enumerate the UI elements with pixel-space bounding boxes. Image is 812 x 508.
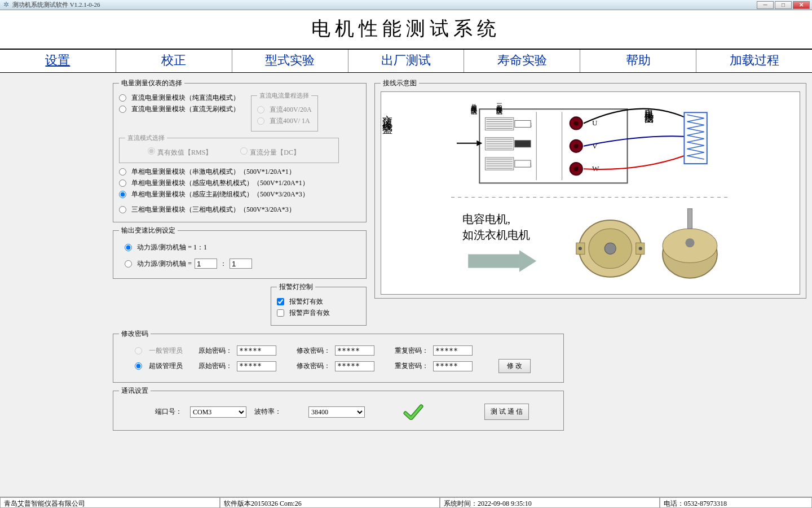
svg-rect-9 (515, 160, 531, 167)
radio-dc-range-1a (257, 117, 264, 125)
svg-text:V: V (592, 142, 598, 150)
radio-dc-brushless[interactable] (119, 106, 126, 113)
tab-calibration[interactable]: 校正 (116, 50, 232, 72)
svg-text:W: W (592, 164, 599, 173)
check-alarm-sound[interactable] (277, 309, 284, 317)
label-alarm-light: 报警灯有效 (289, 297, 323, 306)
label-alarm-sound: 报警声音有效 (289, 308, 330, 318)
ratio-den[interactable] (230, 259, 252, 269)
input-new-pw-2[interactable] (335, 361, 374, 371)
input-repeat-pw-2[interactable] (433, 361, 473, 371)
password-group: 修改密码 一般管理员 原始密码： 修改密码： 重复密码： 超级管理员 原始密码： (113, 329, 564, 383)
minimize-button[interactable]: ─ (757, 1, 774, 9)
tab-load-process[interactable]: 加载过程 (696, 50, 812, 72)
label-orig-pw-2: 原始密码： (198, 361, 232, 371)
radio-dc-range-20a (257, 106, 264, 113)
input-new-pw-1[interactable] (335, 345, 374, 356)
ratio-legend: 输出变速比例设定 (119, 226, 178, 235)
radio-normal-admin (135, 347, 142, 354)
alarm-group: 报警灯控制 报警灯有效 报警声音有效 (271, 282, 367, 326)
input-orig-pw-2[interactable] (237, 361, 276, 371)
label-single-series: 单相电量测量模块（串激电机模式）（500V*1/20A*1） (131, 167, 295, 177)
close-button[interactable]: ✕ (793, 1, 810, 9)
meter-legend: 电量测量仪表的选择 (119, 78, 184, 88)
status-bar: 青岛艾普智能仪器有限公司 软件版本20150326 Com:26 系统时间：20… (0, 497, 812, 508)
label-baud: 波特率： (254, 407, 281, 417)
settings-panel: 电量测量仪表的选择 直流电量测量模块（纯直流电模式） 直流电量测量模块（直流无刷… (0, 73, 812, 507)
label-repeat-pw-1: 重复密码： (395, 346, 429, 356)
label-ratio-11: 动力源/测功机轴 = 1：1 (137, 243, 207, 252)
select-baud[interactable]: 38400 (308, 406, 365, 418)
tab-life-test[interactable]: 寿命实验 (464, 50, 580, 72)
label-new-pw-1: 修改密码： (297, 346, 330, 356)
radio-dc-pure[interactable] (119, 94, 126, 102)
label-dc: 直流分量【DC】 (250, 148, 300, 156)
status-company: 青岛艾普智能仪器有限公司 (0, 497, 220, 508)
dc-mode-legend: 直流模式选择 (125, 134, 167, 142)
wiring-diagram: 公共端 主绕组 副绕组 (381, 91, 800, 295)
label-three-phase: 三相电量测量模块（三相电机模式）（500V*3/20A*3） (131, 205, 295, 214)
modify-button[interactable]: 修 改 (498, 359, 531, 373)
label-new-pw-2: 修改密码： (297, 361, 330, 371)
diagram-group: 接线示意图 公共端 主绕组 副绕组 (374, 78, 806, 299)
label-repeat-pw-2: 重复密码： (395, 361, 429, 371)
tab-factory-test[interactable]: 出厂测试 (348, 50, 465, 72)
ratio-num[interactable] (195, 259, 217, 269)
maximize-button[interactable]: □ (775, 1, 792, 9)
svg-rect-41 (468, 254, 519, 268)
select-port[interactable]: COM3 (190, 406, 246, 418)
svg-rect-52 (687, 209, 692, 229)
label-ratio-custom: 动力源/测功机轴 = (137, 259, 192, 269)
radio-ratio-11[interactable] (125, 244, 132, 251)
radio-single-mainaux[interactable] (119, 191, 126, 198)
dc-range-legend: 直流电流量程选择 (257, 91, 311, 100)
comm-legend: 通讯设置 (119, 386, 151, 396)
input-orig-pw-1[interactable] (237, 345, 276, 356)
diagram-side-label-left: 交流接线盒 (382, 107, 392, 118)
label-dc-brushless: 直流电量测量模块（直流无刷模式） (131, 104, 240, 114)
input-repeat-pw-1[interactable] (433, 345, 473, 356)
meter-group: 电量测量仪表的选择 直流电量测量模块（纯直流电模式） 直流电量测量模块（直流无刷… (113, 78, 367, 222)
label-dc-range-20a: 直流400V/20A (270, 105, 312, 115)
label-orig-pw-1: 原始密码： (198, 346, 232, 356)
tab-settings[interactable]: 设置 (0, 50, 116, 72)
tab-help[interactable]: 帮助 (580, 50, 696, 72)
svg-point-49 (639, 247, 642, 250)
app-title: 电机性能测试系统 (0, 10, 812, 50)
svg-point-48 (579, 247, 582, 250)
check-ok-icon (403, 404, 423, 420)
radio-single-induction[interactable] (119, 179, 126, 187)
window-titlebar: ✲ 测功机系统测试软件 V1.2.1-0-26 ─ □ ✕ (0, 0, 812, 10)
label-super-admin: 超级管理员 (149, 361, 194, 371)
svg-rect-3 (515, 120, 531, 127)
svg-text:U: U (592, 119, 598, 127)
tab-type-test[interactable]: 型式实验 (232, 50, 348, 72)
label-dc-pure: 直流电量测量模块（纯直流电模式） (131, 93, 240, 103)
diagram-col1-label: 单相电接线区 (470, 98, 478, 105)
svg-point-53 (685, 238, 694, 247)
dc-mode-group: 直流模式选择 真有效值【RMS】 直流分量【DC】 (119, 134, 339, 163)
diagram-side-label-right: 电机接线图 (643, 101, 655, 110)
dc-range-group: 直流电流量程选择 直流400V/20A 直流400V/ 1A (251, 91, 318, 132)
svg-marker-42 (519, 250, 536, 271)
svg-rect-6 (515, 141, 531, 147)
svg-point-28 (574, 121, 579, 125)
svg-point-45 (604, 243, 616, 254)
radio-super-admin[interactable] (135, 362, 142, 370)
svg-point-32 (574, 167, 579, 171)
test-comm-button[interactable]: 测 试 通 信 (484, 404, 529, 420)
radio-three-phase[interactable] (119, 206, 126, 213)
radio-ratio-custom[interactable] (125, 260, 132, 268)
svg-point-30 (574, 144, 579, 148)
radio-rms (148, 147, 155, 155)
radio-dc (240, 147, 248, 155)
status-tel: 电话：0532-87973318 (660, 497, 812, 508)
label-single-induction: 单相电量测量模块（感应电机整机模式）（500V*1/20A*1） (131, 178, 309, 188)
alarm-legend: 报警灯控制 (277, 282, 315, 292)
label-single-mainaux: 单相电量测量模块（感应主副绕组模式）（500V*3/20A*3） (131, 190, 309, 199)
ratio-colon: ： (220, 259, 227, 269)
radio-single-series[interactable] (119, 168, 126, 176)
check-alarm-light[interactable] (277, 298, 284, 305)
svg-text:如洗衣机电机: 如洗衣机电机 (462, 229, 530, 241)
window-title: 测功机系统测试软件 V1.2.1-0-26 (12, 1, 100, 9)
